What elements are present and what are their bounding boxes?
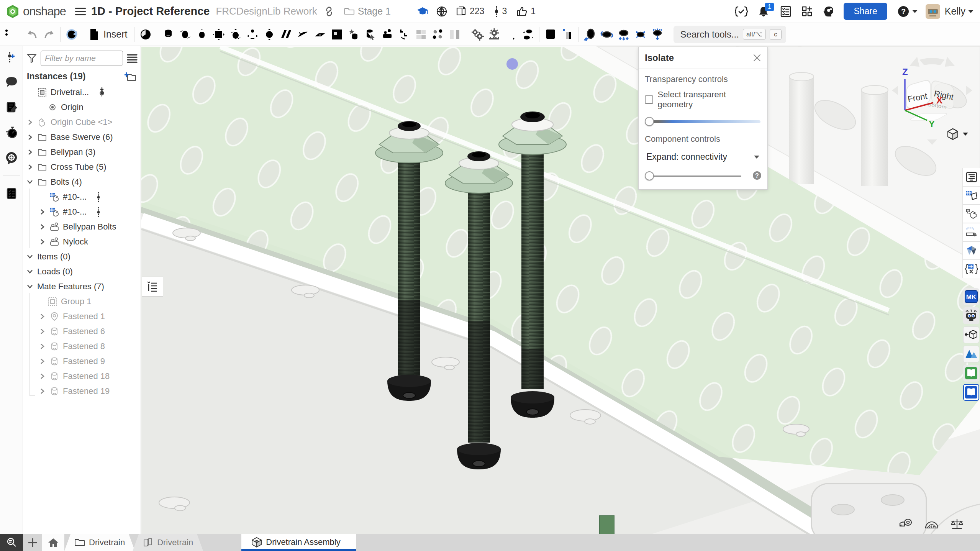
search-tools-box[interactable]: Search tools... alt/⌥ c <box>674 26 786 43</box>
feature-list-toggle-icon[interactable] <box>2 26 18 43</box>
create-version-icon[interactable] <box>4 49 19 64</box>
variables-panel-icon[interactable] <box>962 260 980 278</box>
assembly-viewport[interactable] <box>0 0 980 551</box>
tree-section-mate-features[interactable]: Mate Features (7) <box>23 279 141 294</box>
orbit-drag-icon[interactable] <box>598 26 615 43</box>
expand-mode-dropdown[interactable]: Expand: connectivity <box>645 148 761 166</box>
tasks-checklist-icon[interactable] <box>780 6 792 17</box>
tree-section-items[interactable]: Items (0) <box>23 249 141 264</box>
redo-icon[interactable] <box>41 26 57 43</box>
add-folder-icon[interactable] <box>125 72 136 82</box>
help-caret-icon[interactable] <box>912 10 918 13</box>
revision-clock-icon[interactable] <box>137 26 154 43</box>
pin-slot-mate-icon[interactable] <box>244 26 261 43</box>
share-button[interactable]: Share <box>844 3 887 20</box>
mkcad-app-icon[interactable]: MK <box>963 288 979 305</box>
tree-item-bolt-config-1[interactable]: #10-... <box>23 189 141 204</box>
slider-mate-icon[interactable] <box>193 26 210 43</box>
insert-part-cursor-icon[interactable] <box>362 26 379 43</box>
filter-input[interactable] <box>41 51 123 66</box>
part-dependencies-icon[interactable] <box>962 205 980 223</box>
likes-stat[interactable]: 1 <box>517 6 536 17</box>
user-caret-icon[interactable] <box>968 10 974 13</box>
parallel-mate-icon[interactable] <box>278 26 295 43</box>
onshape-logo-icon[interactable] <box>5 4 20 19</box>
tree-section-loads[interactable]: Loads (0) <box>23 264 141 279</box>
tree-item-fastened-1[interactable]: Fastened 1 <box>23 309 141 324</box>
pattern-grid-icon[interactable] <box>413 26 429 43</box>
tree-item-root-assembly[interactable]: Drivetrai... <box>23 85 141 100</box>
tree-item-bolts[interactable]: Bolts (4) <box>23 174 141 189</box>
exploded-view-icon[interactable] <box>446 26 463 43</box>
replicate-icon[interactable] <box>429 26 446 43</box>
screw-relation-icon[interactable] <box>503 26 519 43</box>
tree-item-fastened-19[interactable]: Fastened 19 <box>23 384 141 398</box>
green-library-app-icon[interactable] <box>963 365 979 382</box>
list-options-icon[interactable] <box>127 54 138 63</box>
belt-relation-icon[interactable] <box>519 26 536 43</box>
tree-item-origin[interactable]: Origin <box>23 100 141 115</box>
tree-item-base-swerve[interactable]: Base Swerve (6) <box>23 130 141 144</box>
rotate-drag-icon[interactable] <box>582 26 598 43</box>
checklist-panel-icon[interactable] <box>4 186 19 201</box>
filter-funnel-icon[interactable] <box>27 53 37 63</box>
configurations-panel-icon[interactable] <box>962 186 980 205</box>
hidden-instances-icon[interactable] <box>542 26 559 43</box>
insert-label[interactable]: Insert <box>103 29 128 40</box>
protractor-icon[interactable] <box>924 518 939 530</box>
tree-item-origin-cube[interactable]: Origin Cube <1> <box>23 115 141 130</box>
tree-item-fastened-18[interactable]: Fastened 18 <box>23 369 141 384</box>
transparency-slider-knob[interactable] <box>645 117 654 126</box>
expand-distance-slider[interactable] <box>646 171 741 181</box>
mass-properties-icon[interactable] <box>949 518 965 530</box>
stage-label[interactable]: Stage 1 <box>358 6 391 17</box>
comments-icon[interactable] <box>4 74 19 90</box>
ai-advisor-icon[interactable] <box>823 6 834 17</box>
peak-app-icon[interactable] <box>963 346 979 362</box>
tree-item-bellypan[interactable]: Bellypan (3) <box>23 144 141 159</box>
hamburger-menu-icon[interactable] <box>75 7 86 16</box>
gear-relation-icon[interactable] <box>469 26 486 43</box>
interference-detection-icon[interactable] <box>559 26 576 43</box>
suppressed-dots-icon[interactable] <box>97 192 100 202</box>
slider-help-icon[interactable]: ? <box>752 171 762 180</box>
user-name[interactable]: Kelly <box>945 6 965 17</box>
performance-timer-icon[interactable] <box>4 125 19 140</box>
close-icon[interactable] <box>753 54 761 62</box>
fastener-stack-icon[interactable] <box>379 26 396 43</box>
tree-item-bolt-config-2[interactable]: #10-... <box>23 204 141 219</box>
translate-drag-icon[interactable] <box>615 26 632 43</box>
standard-content-icon[interactable] <box>345 26 362 43</box>
tab-drivetrain-folder[interactable]: Drivetrain <box>64 534 135 551</box>
insert-icon[interactable] <box>86 26 103 43</box>
release-notes-icon[interactable] <box>4 100 19 115</box>
tree-item-nylock[interactable]: Nylock <box>23 234 141 249</box>
document-title[interactable]: 1D - Project Reference <box>91 5 210 18</box>
blue-library-app-icon[interactable] <box>963 384 979 401</box>
tree-item-group-1[interactable]: Group 1 <box>23 294 141 309</box>
tab-drivetrain-assembly[interactable]: Drivetrain Assembly <box>241 534 356 551</box>
tab-search-icon[interactable] <box>0 534 23 551</box>
tree-item-bellypan-bolts[interactable]: Bellypan Bolts <box>23 219 141 234</box>
notifications-bell-icon[interactable]: 1 <box>758 6 769 17</box>
help-icon[interactable]: ? <box>897 5 910 18</box>
revolute-mate-icon[interactable] <box>177 26 193 43</box>
tree-item-fastened-8[interactable]: Fastened 8 <box>23 339 141 354</box>
tab-drivetrain-partstudio[interactable]: Drivetrain <box>133 534 203 551</box>
tree-item-fastened-9[interactable]: Fastened 9 <box>23 354 141 369</box>
select-transparent-checkbox[interactable] <box>645 95 653 104</box>
mate-connector-icon[interactable] <box>311 26 328 43</box>
pivot-drag-icon[interactable] <box>649 26 666 43</box>
suppressed-dots-icon[interactable] <box>97 207 100 217</box>
export-cube-app-icon[interactable] <box>963 326 979 343</box>
link-icon[interactable] <box>324 7 334 16</box>
robot-app-icon[interactable] <box>963 307 979 324</box>
tree-item-fastened-6[interactable]: Fastened 6 <box>23 324 141 339</box>
tangent-mate-icon[interactable] <box>295 26 311 43</box>
fastened-mate-icon[interactable] <box>160 26 177 43</box>
apps-grid-icon[interactable] <box>801 6 813 17</box>
constrain-drag-icon[interactable] <box>632 26 649 43</box>
avatar[interactable] <box>926 4 940 19</box>
sheet-metal-panel-icon[interactable] <box>962 223 980 241</box>
active-tool-bubble-icon[interactable] <box>4 150 19 166</box>
